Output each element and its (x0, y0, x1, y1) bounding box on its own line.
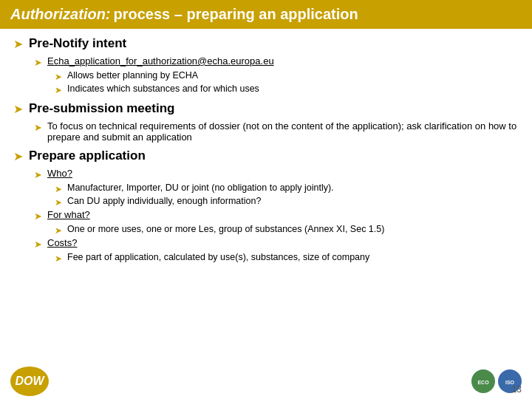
section-prepare-app: ➤ Prepare application ➤ Who? ➤ Manufactu… (13, 149, 519, 264)
bullet-l3-5: ➤ (55, 225, 62, 236)
section-pre-notify: ➤ Pre-Notify intent ➤ Echa_application_f… (13, 36, 519, 95)
pre-submission-desc: To focus on technical requirements of do… (47, 120, 519, 143)
bullet-l2-5: ➤ (34, 239, 42, 250)
bullet-l3-1: ➤ (55, 72, 62, 82)
footer: DOW ECO ISO (0, 364, 532, 399)
dow-logo: DOW (10, 366, 49, 396)
who-label: Who? (47, 168, 72, 179)
for-what-label: For what? (47, 209, 90, 220)
who-text-2: Can DU apply individually, enough inform… (67, 196, 261, 206)
header: Authorization: process – preparing an ap… (0, 0, 532, 29)
who-text-1: Manufacturer, Importer, DU or joint (no … (67, 183, 334, 193)
bullet-l1-2: ➤ (13, 102, 23, 116)
main-content: ➤ Pre-Notify intent ➤ Echa_application_f… (0, 29, 532, 276)
bullet-l2-2: ➤ (34, 122, 42, 133)
bullet-l3-2: ➤ (55, 85, 62, 95)
bullet-l1-1: ➤ (13, 37, 23, 51)
section-pre-submission: ➤ Pre-submission meeting ➤ To focus on t… (13, 101, 519, 143)
section-title-prepare-app: Prepare application (29, 149, 146, 163)
bullet-l2-3: ➤ (34, 169, 42, 180)
echa-email: Echa_application_for_authorization@echa.… (47, 55, 274, 66)
indicates-text: Indicates which substances and for which… (67, 83, 259, 94)
header-title-normal: process – preparing an application (114, 6, 358, 23)
costs-label: Costs? (47, 237, 77, 248)
bullet-l2-1: ➤ (34, 57, 42, 68)
bullet-l1-3: ➤ (13, 149, 23, 163)
planning-text: Allows better planning by ECHA (67, 70, 198, 81)
bullet-l3-4: ➤ (55, 197, 62, 208)
header-title-italic: Authorization: (10, 6, 111, 23)
page-number: 13 (512, 384, 522, 395)
bullet-l3-6: ➤ (55, 253, 62, 264)
section-title-pre-notify: Pre-Notify intent (29, 36, 126, 51)
for-what-text: One or more uses, one or more Les, group… (67, 224, 384, 234)
eco-logo-green: ECO (471, 369, 495, 393)
bullet-l3-3: ➤ (55, 184, 62, 194)
svg-text:ECO: ECO (477, 380, 489, 385)
section-title-pre-submission: Pre-submission meeting (29, 101, 174, 116)
bullet-l2-4: ➤ (34, 211, 42, 222)
costs-text: Fee part of application, calculated by u… (67, 252, 369, 262)
